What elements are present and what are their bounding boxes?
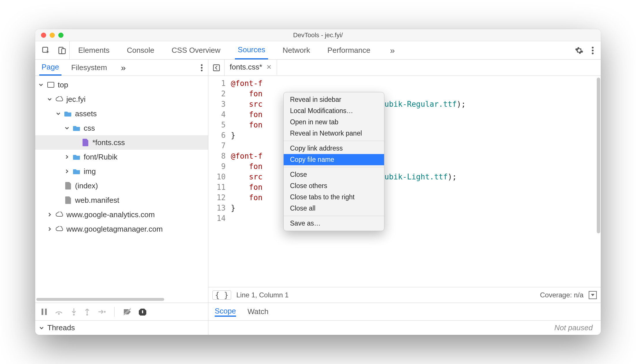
tabs-overflow-icon[interactable]: »: [385, 41, 400, 59]
tab-console[interactable]: Console: [124, 41, 157, 59]
bottom-row: Threads Not paused: [35, 320, 601, 335]
svg-rect-11: [42, 309, 43, 315]
navigator-sidebar: top jec.fyi assets css: [35, 76, 208, 303]
pause-icon[interactable]: [41, 308, 47, 316]
step-icon[interactable]: [98, 309, 106, 315]
tab-watch[interactable]: Watch: [248, 307, 269, 317]
debugger-bar: Scope Watch: [35, 303, 601, 320]
navigator-tab-page[interactable]: Page: [39, 60, 61, 76]
svg-point-4: [592, 49, 594, 51]
tree-item-webmanifest[interactable]: web.manifest: [35, 193, 208, 207]
tree-item-top[interactable]: top: [35, 78, 208, 92]
inspect-icon[interactable]: [42, 46, 50, 55]
navigator-menu-icon[interactable]: [195, 60, 208, 76]
devtools-window: DevTools - jec.fyi/ Elements Console CSS…: [35, 29, 601, 335]
chevron-right-icon: [47, 213, 53, 217]
editor-tabbar: fonts.css* ✕: [208, 60, 601, 76]
svg-rect-12: [45, 309, 47, 315]
svg-point-14: [73, 314, 75, 316]
editor-panel: 1234567891011121314 @font-f fon src Rubi…: [208, 76, 601, 303]
svg-point-3: [592, 46, 594, 48]
navigator-tab-filesystem[interactable]: Filesystem: [69, 60, 109, 76]
menu-close[interactable]: Close: [284, 169, 384, 180]
file-icon: [64, 196, 72, 204]
debugger-controls: [35, 303, 208, 320]
menu-close-right[interactable]: Close tabs to the right: [284, 192, 384, 203]
close-tab-icon[interactable]: ✕: [266, 63, 272, 71]
pretty-print-button[interactable]: { }: [212, 290, 231, 300]
file-tab-fonts-css[interactable]: fonts.css* ✕: [225, 60, 277, 76]
svg-point-15: [86, 314, 88, 316]
chevron-right-icon: [64, 169, 70, 173]
line-gutter: 1234567891011121314: [208, 76, 229, 287]
tree-label: img: [84, 167, 96, 176]
tab-network[interactable]: Network: [280, 41, 313, 59]
step-out-icon[interactable]: [84, 308, 90, 316]
file-tab-label: fonts.css*: [230, 63, 262, 72]
tree-item-jecfyi[interactable]: jec.fyi: [35, 92, 208, 106]
tab-elements[interactable]: Elements: [75, 41, 112, 59]
menu-copy-link[interactable]: Copy link address: [284, 143, 384, 154]
sidebar-horizontal-scrollbar[interactable]: [36, 297, 207, 301]
menu-close-others[interactable]: Close others: [284, 180, 384, 192]
tree-label: css: [84, 124, 95, 133]
tree-item-css[interactable]: css: [35, 121, 208, 135]
cloud-icon: [55, 95, 63, 103]
menu-close-all[interactable]: Close all: [284, 203, 384, 214]
coverage-status: Coverage: n/a: [540, 291, 583, 299]
tree-item-fonts-css[interactable]: *fonts.css: [35, 135, 208, 150]
svg-rect-10: [48, 82, 54, 87]
menu-separator: [284, 216, 384, 216]
menu-local-modifications[interactable]: Local Modifications…: [284, 105, 384, 117]
tree-item-ga[interactable]: www.google-analytics.com: [35, 207, 208, 222]
navigator-overflow-icon[interactable]: »: [117, 60, 130, 76]
tree-label: www.google-analytics.com: [66, 210, 155, 219]
editor-vertical-scrollbar[interactable]: [596, 76, 601, 287]
chevron-down-icon: [55, 112, 61, 116]
kebab-menu-icon[interactable]: [592, 46, 594, 55]
folder-icon: [64, 110, 72, 118]
threads-label: Threads: [47, 323, 75, 332]
code-editor[interactable]: 1234567891011121314 @font-f fon src Rubi…: [208, 76, 601, 287]
file-tree[interactable]: top jec.fyi assets css: [35, 76, 208, 297]
gear-icon[interactable]: [575, 46, 583, 55]
device-toggle-icon[interactable]: [58, 46, 66, 55]
step-over-icon[interactable]: [55, 308, 63, 316]
stylesheet-icon: [81, 138, 89, 147]
coverage-details-button[interactable]: [589, 291, 597, 299]
tab-scope[interactable]: Scope: [215, 307, 236, 317]
tree-item-assets[interactable]: assets: [35, 106, 208, 121]
threads-header[interactable]: Threads: [35, 321, 208, 335]
toggle-navigator-icon[interactable]: [208, 60, 225, 76]
svg-point-7: [201, 67, 203, 69]
step-into-icon[interactable]: [71, 308, 77, 316]
tree-item-gtm[interactable]: www.googletagmanager.com: [35, 222, 208, 236]
folder-icon: [73, 153, 81, 161]
sources-subbar: Page Filesystem » fonts.css* ✕: [35, 60, 601, 76]
tree-item-font-rubik[interactable]: font/Rubik: [35, 150, 208, 164]
deactivate-breakpoints-icon[interactable]: [123, 308, 131, 316]
tree-label: top: [58, 80, 68, 89]
tree-item-img[interactable]: img: [35, 164, 208, 179]
folder-icon: [73, 124, 81, 132]
tab-performance[interactable]: Performance: [325, 41, 373, 59]
menu-save-as[interactable]: Save as…: [284, 218, 384, 229]
chevron-down-icon: [64, 126, 70, 130]
svg-rect-19: [142, 310, 143, 313]
menu-reveal-network[interactable]: Reveal in Network panel: [284, 128, 384, 139]
editor-statusbar: { } Line 1, Column 1 Coverage: n/a: [208, 287, 601, 303]
tab-css-overview[interactable]: CSS Overview: [169, 41, 223, 59]
menu-reveal-sidebar[interactable]: Reveal in sidebar: [284, 94, 384, 105]
tree-item-index[interactable]: (index): [35, 179, 208, 193]
menu-copy-file-name[interactable]: Copy file name: [284, 154, 384, 165]
cloud-icon: [55, 211, 63, 219]
chevron-right-icon: [64, 155, 70, 159]
top-toolbar: Elements Console CSS Overview Sources Ne…: [35, 41, 601, 60]
chevron-right-icon: [47, 227, 53, 231]
pause-on-exceptions-icon[interactable]: [139, 308, 146, 316]
menu-open-new-tab[interactable]: Open in new tab: [284, 117, 384, 128]
navigator-tabs: Page Filesystem »: [35, 60, 208, 76]
tree-label: web.manifest: [75, 196, 119, 205]
svg-point-6: [201, 64, 203, 66]
tab-sources[interactable]: Sources: [235, 41, 268, 59]
